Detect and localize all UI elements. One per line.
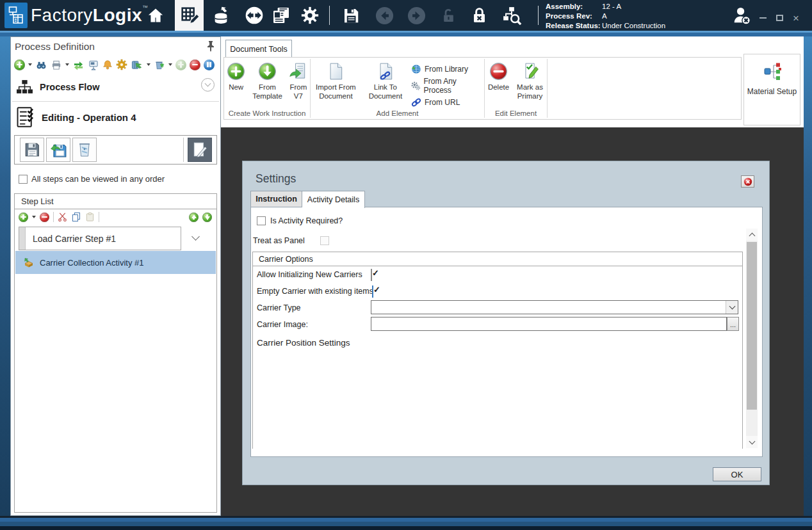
material-setup-button[interactable]: Material Setup <box>743 54 800 125</box>
settings-button[interactable] <box>298 3 321 28</box>
is-activity-required-row[interactable]: Is Activity Required? <box>257 216 343 225</box>
empty-carrier-row[interactable]: Empty Carrier with existing items <box>257 287 373 296</box>
minimize-button[interactable] <box>756 12 770 24</box>
process-audit-button[interactable] <box>497 3 526 28</box>
unlock-button[interactable] <box>438 3 459 28</box>
remove-step-icon[interactable] <box>40 213 49 222</box>
share-icon[interactable] <box>131 60 143 70</box>
from-library-item[interactable]: From Library <box>411 64 480 74</box>
from-template-button[interactable]: From Template <box>250 60 285 100</box>
add-step-icon[interactable] <box>19 213 28 222</box>
maximize-button[interactable] <box>772 12 786 24</box>
add-dropdown-icon[interactable] <box>28 63 32 66</box>
carrier-type-combobox[interactable] <box>371 300 738 314</box>
scrollbar[interactable] <box>746 229 758 448</box>
carrier-type-dropdown-button[interactable] <box>726 301 738 314</box>
edit-document-button[interactable] <box>188 138 212 162</box>
step-header[interactable]: Load Carrier Step #1 <box>19 227 181 250</box>
release-status-row: Release Status:Under Construction <box>546 21 665 31</box>
from-library-icon <box>411 64 421 74</box>
from-v7-button[interactable]: From V7 <box>286 60 311 100</box>
sync-icon[interactable] <box>72 60 85 70</box>
tab-document-tools[interactable]: Document Tools <box>225 40 292 58</box>
move-up-icon[interactable] <box>189 213 199 222</box>
ok-button[interactable]: OK <box>713 467 761 481</box>
order-checkbox-row[interactable]: All steps can be viewed in any order <box>19 174 165 184</box>
carrier-image-browse-button[interactable]: ... <box>727 317 739 331</box>
scroll-down-button[interactable] <box>746 436 758 448</box>
share-dropdown-icon[interactable] <box>147 63 150 66</box>
home-button[interactable] <box>143 3 168 28</box>
drag-grip[interactable] <box>19 227 26 250</box>
window-frame-left <box>0 36 10 516</box>
order-checkbox[interactable] <box>19 175 28 184</box>
presentation-icon[interactable] <box>88 60 99 70</box>
tab-instruction[interactable]: Instruction <box>250 191 302 207</box>
process-flow-header[interactable]: Process Flow <box>16 79 99 95</box>
new-button[interactable]: New <box>223 60 248 92</box>
link-to-document-button[interactable]: Link To Document <box>365 60 406 100</box>
save-button[interactable] <box>339 3 362 28</box>
collapse-section-icon[interactable] <box>201 78 215 92</box>
activity-row-selected[interactable]: Carrier Collection Activity #1 <box>15 251 216 274</box>
dialog-tabs: Instruction Activity Details <box>250 191 365 208</box>
discard-step-button[interactable] <box>72 138 97 162</box>
import-from-document-button[interactable]: Import From Document <box>311 60 361 100</box>
pin-icon[interactable] <box>207 40 215 54</box>
carrier-image-input[interactable] <box>371 317 727 331</box>
configure-icon[interactable] <box>116 59 127 70</box>
close-button[interactable]: × <box>789 12 803 24</box>
discard-icon[interactable] <box>154 60 165 70</box>
scroll-up-button[interactable] <box>746 229 758 241</box>
document-viewer-button[interactable] <box>268 3 294 28</box>
dialog-title: Settings <box>256 172 296 186</box>
notify-icon[interactable] <box>102 60 113 70</box>
import-documents-button[interactable] <box>207 3 234 28</box>
add-step-dropdown-icon[interactable] <box>32 216 36 218</box>
dialog-close-button[interactable] <box>741 175 754 188</box>
empty-carrier-label: Empty Carrier with existing items <box>257 287 373 296</box>
step-expand-chevron-icon[interactable] <box>191 232 200 241</box>
empty-carrier-checkbox[interactable] <box>372 285 373 298</box>
app-title-light: Factory <box>31 5 93 25</box>
assembly-row: Assembly:12 - A <box>546 2 665 12</box>
material-setup-icon <box>762 62 783 81</box>
process-editor-button[interactable] <box>175 0 204 31</box>
lock-close-button[interactable] <box>468 3 490 28</box>
from-any-process-item[interactable]: From Any Process <box>411 77 480 95</box>
carrier-type-row: Carrier Type <box>257 303 301 312</box>
forward-button[interactable] <box>405 3 427 28</box>
move-down-icon[interactable] <box>202 213 212 222</box>
mark-as-primary-button[interactable]: Mark as Primary <box>514 60 547 100</box>
tab-activity-details[interactable]: Activity Details <box>302 191 365 208</box>
sign-out-button[interactable] <box>727 3 756 28</box>
carrier-image-label: Carrier Image: <box>257 320 308 329</box>
allow-initializing-checkbox[interactable] <box>371 269 372 281</box>
delete-button[interactable]: Delete <box>485 60 512 92</box>
back-button[interactable] <box>373 3 395 28</box>
save-as-template-button[interactable] <box>46 138 70 162</box>
from-template-label: From Template <box>252 83 282 100</box>
find-icon[interactable] <box>35 60 47 70</box>
print-dropdown-icon[interactable] <box>65 63 69 66</box>
print-icon[interactable] <box>51 60 62 70</box>
scrollbar-thumb[interactable] <box>747 242 757 410</box>
separator <box>53 212 54 222</box>
add-icon[interactable] <box>14 60 25 70</box>
allow-initializing-row[interactable]: Allow Initializing New Carriers <box>257 270 362 279</box>
copy-icon[interactable] <box>71 212 81 222</box>
remove-icon[interactable] <box>190 60 200 70</box>
from-v7-icon <box>289 61 308 81</box>
cut-icon[interactable] <box>58 212 67 222</box>
from-url-item[interactable]: From URL <box>411 97 480 108</box>
process-flow-label: Process Flow <box>40 82 99 92</box>
save-step-button[interactable] <box>20 138 44 162</box>
toolbar-separator <box>538 6 539 25</box>
group-add-element: Import From Document Link To Document Fr… <box>311 58 484 119</box>
toolbar-separator <box>329 6 330 25</box>
is-activity-required-checkbox[interactable] <box>257 216 266 225</box>
transfer-button[interactable] <box>242 3 266 28</box>
suspend-icon[interactable] <box>204 60 215 70</box>
discard-dropdown-icon[interactable] <box>168 63 172 66</box>
activity-details-panel: Is Activity Required? Treat as Panel Car… <box>250 207 763 457</box>
